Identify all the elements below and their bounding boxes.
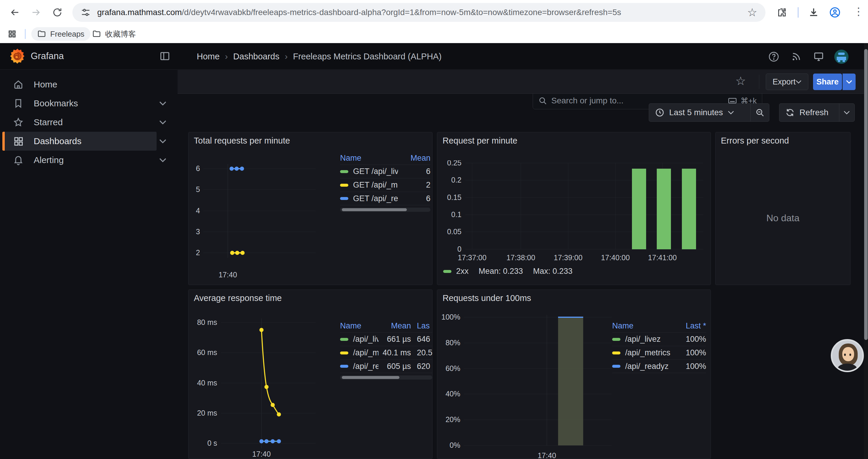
series-mean: Mean: 0.233 xyxy=(478,267,523,276)
breadcrumb-home[interactable]: Home xyxy=(197,52,219,61)
time-range-label: Last 5 minutes xyxy=(669,108,723,117)
svg-text:40 ms: 40 ms xyxy=(197,379,217,387)
page-scrollbar-thumb[interactable] xyxy=(864,49,868,340)
series-color-pill xyxy=(340,338,348,341)
bookmark-folder-label: Freeleaps xyxy=(50,30,85,39)
brand-title: Grafana xyxy=(31,51,64,61)
dock-sidebar-icon[interactable] xyxy=(159,51,170,61)
panel-avg-response-time[interactable]: Average response time 80 ms 60 ms 40 ms … xyxy=(188,290,433,459)
help-icon[interactable] xyxy=(768,51,779,62)
forward-icon[interactable] xyxy=(31,7,41,18)
site-settings-icon[interactable] xyxy=(81,7,91,18)
legend-row[interactable]: /api/_readyz 100% xyxy=(612,359,706,373)
legend-row[interactable]: /api/_livez 100% xyxy=(612,332,706,346)
floating-assistant-avatar[interactable] xyxy=(831,339,864,372)
folder-icon xyxy=(92,30,101,38)
panel-request-per-minute[interactable]: Request per minute 0.25 0.2 0.15 0.1 0.0… xyxy=(437,132,711,285)
series-name: /api/_metrics xyxy=(625,348,674,357)
breadcrumb-dashboards[interactable]: Dashboards xyxy=(233,52,279,61)
bookmark-folder-blogs[interactable]: 收藏博客 xyxy=(92,27,136,41)
refresh-icon xyxy=(785,108,795,117)
chevron-down-icon[interactable] xyxy=(159,120,167,125)
svg-text:40%: 40% xyxy=(445,390,460,398)
svg-text:0.25: 0.25 xyxy=(447,160,462,167)
legend-header-name[interactable]: Name xyxy=(612,321,674,330)
user-avatar[interactable] xyxy=(834,50,848,64)
legend-header-name[interactable]: Name xyxy=(340,321,378,330)
legend-row[interactable]: /api/_readyz 605 µs 620 xyxy=(340,359,432,373)
series-color-pill xyxy=(340,365,348,368)
share-menu-button[interactable] xyxy=(843,73,856,90)
kiosk-monitor-icon[interactable] xyxy=(813,51,824,62)
sidebar-item-home[interactable]: Home xyxy=(0,75,177,94)
avg-response-chart: 80 ms 60 ms 40 ms 20 ms 0 s 17:40 xyxy=(190,315,326,459)
url-text[interactable]: grafana.mathmast.com/d/deytv4rwavabkb/fr… xyxy=(97,8,747,17)
profile-icon[interactable] xyxy=(829,6,841,18)
sidebar-item-bookmarks[interactable]: Bookmarks xyxy=(0,94,177,113)
legend-scrollbar[interactable] xyxy=(340,208,430,212)
sidebar-item-starred[interactable]: Starred xyxy=(0,113,177,132)
legend-row[interactable]: /api/_metrics 40.1 ms 20.5 m xyxy=(340,346,432,359)
zoom-out-button[interactable] xyxy=(751,108,769,117)
clock-icon xyxy=(655,108,664,117)
panel-errors-per-second[interactable]: Errors per second No data xyxy=(715,132,850,285)
series-last: 20.5 m xyxy=(411,348,432,357)
legend-row[interactable]: GET /api/_metrics 2 xyxy=(340,178,430,192)
series-color-pill xyxy=(612,352,620,355)
legend-row[interactable]: GET /api/_readyz 6 xyxy=(340,192,430,205)
sidebar-item-alerting[interactable]: Alerting xyxy=(0,151,177,169)
folder-icon xyxy=(37,30,46,38)
series-name[interactable]: 2xx xyxy=(456,267,469,276)
back-icon[interactable] xyxy=(9,7,20,18)
sidebar-item-dashboards[interactable]: Dashboards xyxy=(0,132,177,151)
extensions-puzzle-icon[interactable] xyxy=(776,7,787,18)
legend-header-last[interactable]: Las xyxy=(411,321,432,330)
series-name: GET /api/_readyz xyxy=(353,194,398,203)
kebab-menu-icon[interactable]: ⋮ xyxy=(853,5,864,18)
url-bar[interactable]: grafana.mathmast.com/d/deytv4rwavabkb/fr… xyxy=(72,3,766,22)
svg-text:6: 6 xyxy=(196,164,200,172)
export-button[interactable]: Export xyxy=(766,73,808,90)
request-per-minute-chart: 0.25 0.2 0.15 0.1 0.05 0 17:37:00 17:38:… xyxy=(440,160,708,262)
svg-text:2: 2 xyxy=(196,249,200,257)
series-color-pill xyxy=(340,170,348,173)
favorite-star-icon[interactable]: ☆ xyxy=(735,74,746,88)
breadcrumb: Home › Dashboards › Freeleaps Metrics Da… xyxy=(197,43,442,70)
time-range-picker[interactable]: Last 5 minutes xyxy=(649,108,750,117)
series-mean: 6 xyxy=(398,194,430,203)
reload-icon[interactable] xyxy=(52,7,63,18)
download-icon[interactable] xyxy=(808,7,819,18)
legend-row[interactable]: /api/_livez 661 µs 646 xyxy=(340,332,432,346)
svg-text:20%: 20% xyxy=(445,415,460,424)
panel-total-requests[interactable]: Total requests per minute 6 5 4 3 2 17:4… xyxy=(188,132,433,285)
grafana-logo[interactable] xyxy=(9,47,26,65)
chevron-down-icon[interactable] xyxy=(159,101,167,106)
news-rss-icon[interactable] xyxy=(790,51,802,62)
refresh-interval-button[interactable] xyxy=(839,110,855,114)
bookmark-folder-freeleaps[interactable]: Freeleaps xyxy=(31,27,90,41)
legend-row[interactable]: /api/_metrics 100% xyxy=(612,346,706,359)
legend-scrollbar[interactable] xyxy=(340,375,432,380)
zoom-out-icon xyxy=(755,108,765,117)
legend-row[interactable]: GET /api/_livez 6 xyxy=(340,165,430,178)
chevron-down-icon[interactable] xyxy=(159,139,167,143)
legend-header-name[interactable]: Name xyxy=(340,154,398,163)
apps-grid-icon[interactable] xyxy=(8,30,17,38)
breadcrumb-sep-icon: › xyxy=(285,52,288,61)
legend-header-mean[interactable]: Mean xyxy=(398,154,430,163)
bookmark-star-icon[interactable]: ☆ xyxy=(747,6,757,19)
legend-header-mean[interactable]: Mean xyxy=(378,321,411,330)
svg-text:17:37:00: 17:37:00 xyxy=(458,254,486,262)
time-controls: Last 5 minutes xyxy=(649,103,769,122)
legend-header-last[interactable]: Last * xyxy=(674,321,706,330)
share-button[interactable]: Share xyxy=(813,73,842,90)
series-last: 100% xyxy=(674,362,706,371)
page-scrollbar[interactable] xyxy=(864,43,868,459)
panel-requests-under-100ms[interactable]: Requests under 100ms 100% 80% 60% 40% 20… xyxy=(437,290,711,459)
no-data-message: No data xyxy=(716,213,850,224)
chevron-down-icon[interactable] xyxy=(159,158,167,162)
svg-text:17:40:00: 17:40:00 xyxy=(601,254,629,262)
refresh-button[interactable]: Refresh xyxy=(779,108,839,117)
svg-text:60%: 60% xyxy=(445,364,460,372)
svg-text:17:40: 17:40 xyxy=(219,270,237,279)
